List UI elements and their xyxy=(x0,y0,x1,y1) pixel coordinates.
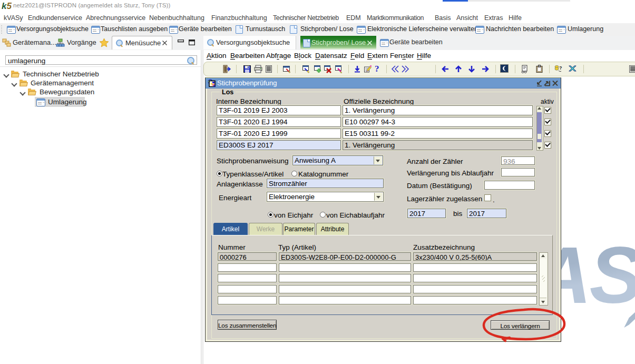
svg-text:?: ? xyxy=(559,65,562,71)
